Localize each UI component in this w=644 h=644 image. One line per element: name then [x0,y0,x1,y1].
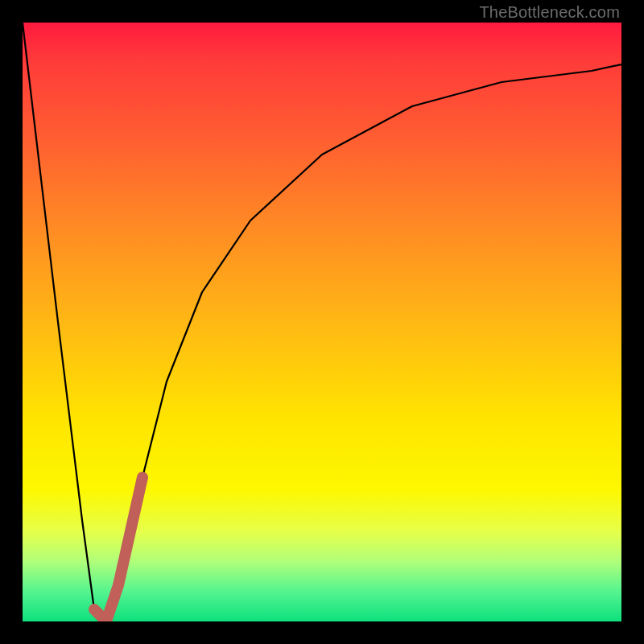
bottleneck-curve [23,23,621,621]
highlighted-segment [94,477,142,621]
curve-layer [23,23,621,621]
attribution-text: TheBottleneck.com [479,3,620,22]
plot-area [23,23,621,621]
chart-frame: TheBottleneck.com [0,0,644,644]
